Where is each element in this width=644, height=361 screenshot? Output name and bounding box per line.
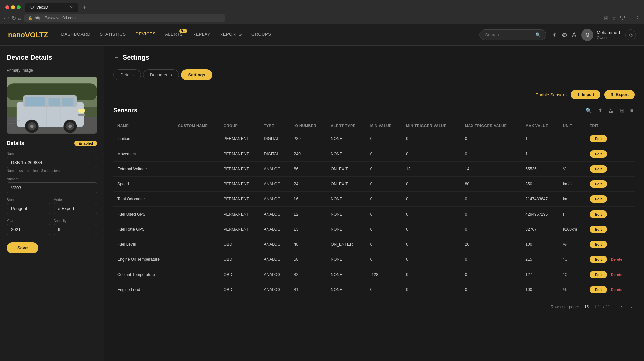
number-field: Number — [7, 177, 97, 193]
svg-rect-7 — [25, 97, 45, 106]
model-label: Model — [54, 198, 97, 202]
delete-button[interactable]: Delete — [611, 273, 622, 277]
home-button[interactable]: ⌂ — [18, 15, 21, 21]
download-icon[interactable]: ↓ — [629, 15, 631, 21]
search-input[interactable] — [485, 32, 533, 37]
nav-reports[interactable]: REPORTS — [220, 32, 242, 38]
cell-alert-type: NONE — [327, 207, 366, 222]
cell-io-number: 12 — [290, 207, 327, 222]
cell-io-number: 66 — [290, 162, 327, 177]
sensor-filter-button[interactable]: ≡ — [629, 106, 635, 115]
year-field: Year — [7, 219, 50, 235]
edit-button[interactable]: Edit — [590, 150, 607, 158]
export-button[interactable]: ⬆ Export — [604, 90, 635, 99]
nav-alerts[interactable]: ALERTS 9+ — [165, 32, 183, 38]
model-field: Model — [54, 198, 97, 214]
tab-details[interactable]: Details — [113, 69, 141, 80]
sensor-grid-button[interactable]: ⊞ — [619, 106, 626, 115]
cell-alert-type: NONE — [327, 146, 366, 162]
edit-button[interactable]: Edit — [590, 180, 607, 188]
nav-devices[interactable]: DEVICES — [136, 31, 156, 38]
close-icon[interactable]: ✕ — [70, 5, 73, 10]
extensions-icon[interactable]: ⊞ — [604, 15, 608, 21]
sensor-upload-button[interactable]: ⬆ — [597, 106, 604, 115]
cell-max-value: 1 — [521, 146, 559, 162]
settings-icon[interactable]: ⚙ — [562, 31, 567, 39]
cell-io-number: 24 — [290, 177, 327, 192]
model-input[interactable] — [54, 203, 97, 214]
next-page-button[interactable]: › — [628, 303, 635, 311]
save-button[interactable]: Save — [7, 242, 38, 253]
menu-icon[interactable]: ⋮ — [635, 15, 640, 21]
cell-edit: Edit — [586, 146, 635, 162]
url-bar[interactable]: 🔒 https://www.vec3d.com — [24, 14, 225, 22]
year-capacity-row: Year Capacity — [7, 219, 97, 240]
tab-documents[interactable]: Documents — [143, 69, 179, 80]
enable-sensors-button[interactable]: Enable Sensors — [536, 92, 567, 97]
primary-image-label: Primary Image — [7, 68, 97, 73]
edit-button[interactable]: Edit — [590, 135, 607, 142]
edit-button[interactable]: Edit — [590, 241, 607, 248]
star-icon[interactable]: ☆ — [612, 15, 616, 21]
cell-type: ANALOG — [260, 192, 290, 207]
capacity-input[interactable] — [54, 224, 97, 235]
edit-button[interactable]: Edit — [590, 256, 607, 263]
delete-button[interactable]: Delete — [611, 288, 622, 292]
lock-icon: 🔒 — [28, 16, 33, 20]
edit-button[interactable]: Edit — [590, 226, 607, 233]
table-row: Movement PERMANENT DIGITAL 240 NONE 0 0 … — [113, 146, 635, 162]
cell-max-value: 127 — [521, 267, 559, 282]
edit-button[interactable]: Edit — [590, 165, 607, 173]
pagination: Rows per page: 15 1-11 of 11 ‹ › — [113, 297, 635, 311]
cell-min-trigger: 0 — [402, 177, 461, 192]
tab-settings[interactable]: Settings — [181, 69, 212, 80]
browser-tab[interactable]: ⬡ Vec3D ✕ — [25, 3, 78, 12]
import-button[interactable]: ⬇ Import — [571, 90, 600, 99]
sensor-print-button[interactable]: 🖨 — [607, 106, 615, 115]
forward-button[interactable]: › — [8, 15, 9, 21]
top-actions: Enable Sensors ⬇ Import ⬆ Export — [113, 90, 635, 99]
maximize-dot[interactable] — [17, 5, 21, 9]
new-tab-button[interactable]: + — [80, 3, 89, 12]
name-hint: Name must be at least 3 characters — [7, 169, 97, 173]
edit-button[interactable]: Edit — [590, 271, 607, 278]
svg-rect-9 — [62, 98, 73, 106]
capacity-field: Capacity — [54, 219, 97, 235]
sensor-search-button[interactable]: 🔍 — [584, 106, 593, 115]
delete-button[interactable]: Delete — [611, 257, 622, 261]
close-dot[interactable] — [5, 5, 9, 9]
status-icon[interactable]: ◔ — [625, 29, 636, 40]
nav-replay[interactable]: REPLAY — [193, 32, 210, 38]
cell-custom-name — [174, 282, 220, 297]
edit-button[interactable]: Edit — [590, 210, 607, 218]
cell-custom-name — [174, 207, 220, 222]
cell-min-trigger: 0 — [402, 252, 461, 267]
nav-groups[interactable]: GROUPS — [251, 32, 271, 38]
tabs: Details Documents Settings — [113, 69, 635, 80]
cell-min-trigger: 0 — [402, 131, 461, 146]
edit-button[interactable]: Edit — [590, 286, 607, 293]
cell-type: ANALOG — [260, 177, 290, 192]
name-input[interactable] — [7, 157, 97, 168]
cell-max-trigger: 0 — [461, 267, 522, 282]
search-bar[interactable]: 🔍 — [479, 29, 546, 40]
reload-button[interactable]: ↻ — [12, 15, 16, 21]
nav-dashboard[interactable]: DASHBOARD — [61, 32, 91, 38]
sensors-title: Sensors — [113, 107, 137, 114]
cell-custom-name — [174, 146, 220, 162]
year-input[interactable] — [7, 224, 50, 235]
number-input[interactable] — [7, 182, 97, 193]
edit-button[interactable]: Edit — [590, 195, 607, 203]
brightness-icon[interactable]: ☀ — [552, 31, 557, 39]
cell-min-trigger: 0 — [402, 146, 461, 162]
brand-input[interactable] — [7, 203, 50, 214]
back-button[interactable]: ‹ — [4, 15, 6, 21]
minimize-dot[interactable] — [11, 5, 15, 9]
details-header: Details Enabled — [7, 140, 97, 146]
shield-icon[interactable]: 🛡 — [620, 15, 625, 21]
nav-statistics[interactable]: STATISTICS — [100, 32, 126, 38]
prev-page-button[interactable]: ‹ — [618, 303, 625, 311]
language-icon[interactable]: A — [572, 31, 576, 38]
cell-unit: % — [559, 237, 586, 252]
back-arrow[interactable]: ← — [113, 54, 119, 61]
